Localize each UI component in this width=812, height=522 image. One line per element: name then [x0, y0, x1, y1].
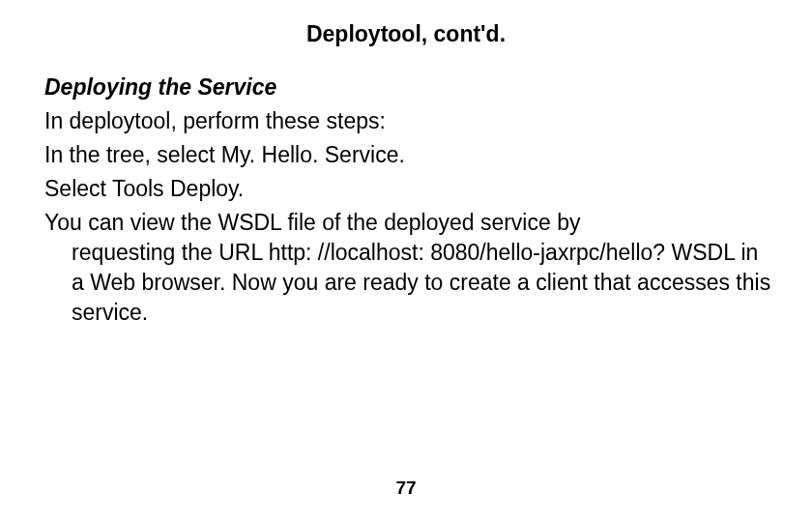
wsdl-paragraph: You can view the WSDL file of the deploy… [44, 208, 773, 328]
section-heading: Deploying the Service [44, 74, 773, 101]
wsdl-paragraph-first-line: You can view the WSDL file of the deploy… [44, 210, 580, 235]
wsdl-paragraph-continuation: requesting the URL http: //localhost: 80… [44, 238, 773, 328]
slide-title: Deploytool, cont'd. [39, 21, 773, 47]
step-2: Select Tools Deploy. [44, 174, 773, 204]
page-number: 77 [0, 478, 812, 499]
slide-content: Deploying the Service In deploytool, per… [39, 74, 773, 328]
step-1: In the tree, select My. Hello. Service. [44, 140, 773, 170]
step-intro: In deploytool, perform these steps: [44, 106, 773, 136]
